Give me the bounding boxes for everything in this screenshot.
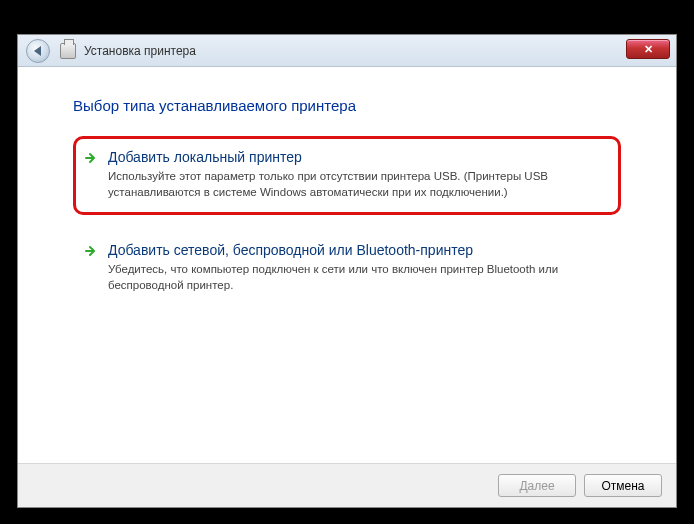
option-title: Добавить сетевой, беспроводной или Bluet… <box>108 242 606 258</box>
close-button[interactable]: ✕ <box>626 39 670 59</box>
option-local-printer[interactable]: Добавить локальный принтер Используйте э… <box>73 136 621 215</box>
page-heading: Выбор типа устанавливаемого принтера <box>73 97 621 114</box>
next-button: Далее <box>498 474 576 497</box>
option-network-printer[interactable]: Добавить сетевой, беспроводной или Bluet… <box>73 229 621 308</box>
option-description: Используйте этот параметр только при отс… <box>108 169 606 200</box>
footer: Далее Отмена <box>18 463 676 507</box>
arrow-right-icon <box>84 151 98 165</box>
printer-icon <box>60 43 76 59</box>
content-area: Выбор типа устанавливаемого принтера Доб… <box>18 67 676 308</box>
titlebar: Установка принтера ✕ <box>18 35 676 67</box>
close-icon: ✕ <box>644 43 653 56</box>
window-title: Установка принтера <box>84 44 196 58</box>
wizard-window: Установка принтера ✕ Выбор типа устанавл… <box>17 34 677 508</box>
back-button[interactable] <box>26 39 50 63</box>
back-arrow-icon <box>34 46 41 56</box>
option-description: Убедитесь, что компьютер подключен к сет… <box>108 262 606 293</box>
arrow-right-icon <box>84 244 98 258</box>
option-title: Добавить локальный принтер <box>108 149 606 165</box>
cancel-button[interactable]: Отмена <box>584 474 662 497</box>
